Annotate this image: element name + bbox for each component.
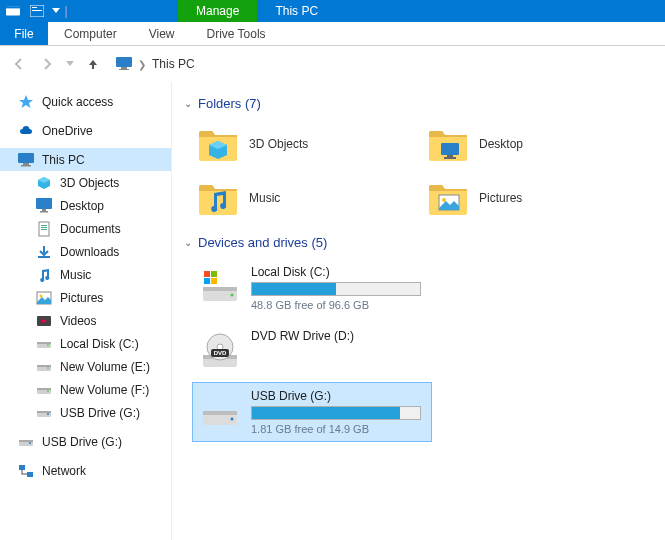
nav-item-onedrive[interactable]: OneDrive [0,119,171,142]
breadcrumb-this-pc[interactable]: This PC [152,57,195,71]
drive-item-dvd-rw-drive-d-[interactable]: DVDDVD RW Drive (D:) [192,322,432,378]
nav-item-network[interactable]: Network [0,459,171,482]
nav-item-new-volume-f-[interactable]: New Volume (F:) [0,378,171,401]
file-tab[interactable]: File [0,22,48,45]
3d-folder-icon [197,123,239,165]
desktop-folder-icon [427,123,469,165]
down-icon [36,244,52,260]
svg-rect-11 [36,198,52,209]
net-icon [18,463,34,479]
nav-item-pictures[interactable]: Pictures [0,286,171,309]
content-pane: ⌄ Folders (7) 3D ObjectsDesktopMusicPict… [172,82,665,540]
svg-rect-15 [41,225,47,226]
usb-icon [18,434,34,450]
svg-point-43 [442,198,446,202]
drive-capacity-bar [251,406,421,420]
folder-label: Desktop [479,137,523,151]
nav-item-desktop[interactable]: Desktop [0,194,171,217]
nav-item-label: Desktop [60,199,104,213]
dvd-icon: DVD [199,329,241,371]
group-header-folders[interactable]: ⌄ Folders (7) [184,96,653,111]
qat-dropdown-icon[interactable] [50,0,62,22]
quick-access-toolbar: | [0,0,68,22]
svg-rect-12 [42,209,46,211]
svg-rect-26 [37,365,51,367]
drives-header-text: Devices and drives (5) [198,235,327,250]
nav-item-music[interactable]: Music [0,263,171,286]
svg-rect-58 [203,411,237,415]
chevron-right-icon[interactable]: ❯ [138,59,146,70]
group-header-drives[interactable]: ⌄ Devices and drives (5) [184,235,653,250]
svg-rect-35 [19,440,33,442]
drive-item-local-disk-c-[interactable]: Local Disk (C:)48.8 GB free of 96.6 GB [192,258,432,318]
ribbon-tab-drive-tools[interactable]: Drive Tools [190,22,281,45]
doc-icon [36,221,52,237]
nav-item-3d-objects[interactable]: 3D Objects [0,171,171,194]
nav-item-usb-drive-g-[interactable]: USB Drive (G:) [0,430,171,453]
nav-item-new-volume-e-[interactable]: New Volume (E:) [0,355,171,378]
nav-item-label: Downloads [60,245,119,259]
svg-rect-47 [204,271,210,277]
svg-rect-6 [121,67,127,69]
desktop-icon [36,198,52,214]
nav-item-videos[interactable]: Videos [0,309,171,332]
windisk-icon [199,265,241,307]
svg-rect-38 [27,472,33,477]
address-bar[interactable]: ❯ This PC [110,52,657,76]
svg-rect-45 [203,287,237,291]
nav-item-label: Pictures [60,291,103,305]
pic-icon [36,290,52,306]
folder-item-3d-objects[interactable]: 3D Objects [192,119,412,169]
app-icon [2,0,24,22]
svg-rect-16 [41,227,47,228]
forward-button[interactable] [36,53,58,75]
ribbon-tab-view[interactable]: View [133,22,191,45]
drive-free-text: 1.81 GB free of 14.9 GB [251,423,425,435]
star-icon [18,94,34,110]
nav-item-documents[interactable]: Documents [0,217,171,240]
drive-item-usb-drive-g-[interactable]: USB Drive (G:)1.81 GB free of 14.9 GB [192,382,432,442]
qat-properties-icon[interactable] [26,0,48,22]
svg-rect-32 [37,411,51,413]
folder-item-desktop[interactable]: Desktop [422,119,642,169]
folder-item-music[interactable]: Music [192,173,412,223]
folder-label: Pictures [479,191,522,205]
svg-rect-4 [32,10,42,11]
up-button[interactable] [82,53,104,75]
music-icon [36,267,52,283]
nav-item-label: Quick access [42,95,113,109]
svg-point-24 [47,344,49,346]
nav-item-label: 3D Objects [60,176,119,190]
svg-point-59 [231,418,234,421]
pic-folder-icon [427,177,469,219]
ribbon-tabs: File Computer View Drive Tools [0,22,665,46]
svg-rect-5 [116,57,132,67]
nav-item-label: Local Disk (C:) [60,337,139,351]
nav-item-label: Documents [60,222,121,236]
svg-rect-9 [23,163,29,165]
back-button[interactable] [8,53,30,75]
nav-item-local-disk-c-[interactable]: Local Disk (C:) [0,332,171,355]
nav-item-quick-access[interactable]: Quick access [0,90,171,113]
drive-capacity-fill [252,407,400,419]
svg-rect-18 [38,256,50,258]
nav-item-label: New Volume (F:) [60,383,149,397]
nav-item-usb-drive-g-[interactable]: USB Drive (G:) [0,401,171,424]
svg-rect-37 [19,465,25,470]
folder-item-pictures[interactable]: Pictures [422,173,642,223]
nav-item-this-pc[interactable]: This PC [0,148,171,171]
ribbon-tab-computer[interactable]: Computer [48,22,133,45]
recent-locations-dropdown[interactable] [64,53,76,75]
folders-header-text: Folders (7) [198,96,261,111]
nav-item-downloads[interactable]: Downloads [0,240,171,263]
svg-rect-23 [37,342,51,344]
title-bar: | Manage This PC [0,0,665,22]
usb-icon [36,405,52,421]
contextual-tab-manage[interactable]: Manage [178,0,257,22]
nav-item-label: USB Drive (G:) [42,435,122,449]
drive-name: DVD RW Drive (D:) [251,329,425,343]
svg-point-46 [231,294,234,297]
drive-name: USB Drive (G:) [251,389,425,403]
drive-free-text: 48.8 GB free of 96.6 GB [251,299,425,311]
svg-rect-3 [32,7,37,8]
